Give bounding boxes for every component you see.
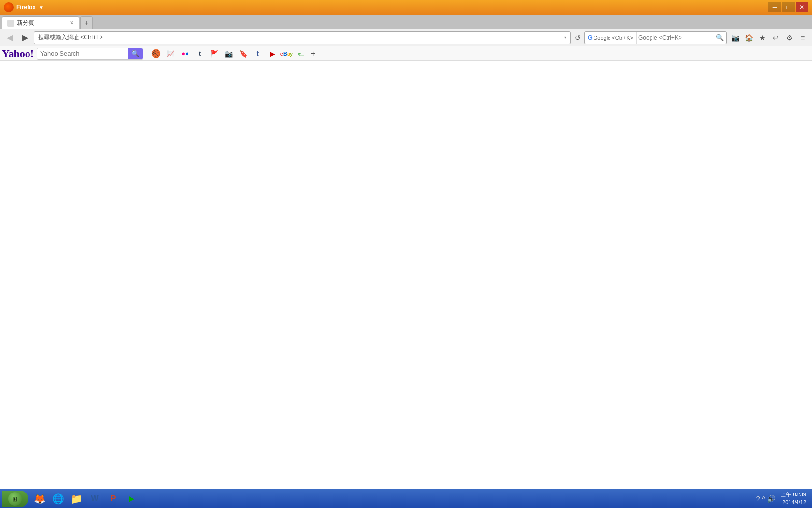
tab-favicon (7, 20, 14, 27)
tab-bar: 新分頁 ✕ + (0, 15, 812, 29)
firefox-logo-icon (4, 2, 14, 12)
taskbar-word-icon[interactable]: W (86, 491, 103, 507)
navigation-bar: ◀ ▶ 搜尋或輸入網址 <Ctrl+L> ▾ ↺ G Google <Ctrl+… (0, 29, 812, 46)
bookmark-youtube[interactable]: ▶ (265, 48, 279, 60)
system-clock[interactable]: 上午 03:39 2014/4/12 (777, 491, 806, 506)
yahoo-logo[interactable]: Yahoo! (2, 47, 34, 60)
start-orb: ⊞ (8, 492, 22, 506)
bookmark-camera[interactable]: 📷 (222, 48, 235, 60)
taskbar-explorer-icon[interactable]: 📁 (68, 491, 85, 507)
bookmark-chart[interactable]: 📈 (164, 48, 177, 60)
taskbar: ⊞ 🦊 🌐 📁 W P ▶ ? ^ 🔊 上午 03:39 2014/4/12 (0, 489, 812, 508)
yahoo-search-box: 🔍 (37, 48, 143, 60)
home-button[interactable]: 🏠 (742, 31, 755, 44)
add-bookmark-button[interactable]: + (309, 49, 317, 58)
address-dropdown-icon[interactable]: ▾ (564, 35, 566, 40)
address-bar[interactable]: 搜尋或輸入網址 <Ctrl+L> ▾ (34, 31, 571, 44)
bookmark-facebook[interactable]: f (251, 48, 264, 60)
address-bar-text: 搜尋或輸入網址 <Ctrl+L> (38, 33, 564, 42)
close-button[interactable]: ✕ (796, 2, 808, 12)
yahoo-logo-text: Yahoo! (2, 47, 34, 60)
clock-date: 2014/4/12 (777, 499, 806, 506)
titlebar-dropdown-icon[interactable]: ▼ (39, 5, 44, 10)
forward-button[interactable]: ▶ (18, 31, 32, 45)
clock-time: 上午 03:39 (777, 491, 806, 498)
taskbar-media-icon[interactable]: ▶ (123, 491, 140, 507)
bookmark-flag[interactable]: 🚩 (207, 48, 221, 60)
maximize-button[interactable]: □ (782, 2, 795, 12)
new-tab-button[interactable]: + (80, 16, 93, 29)
refresh-button[interactable]: ↺ (573, 34, 582, 42)
nav-right-buttons: 📷 🏠 ★ ↩ ⚙ ≡ (729, 31, 809, 44)
menu-button[interactable]: ≡ (797, 31, 809, 44)
titlebar-title: Firefox (16, 4, 36, 11)
bookmark-flickr[interactable]: ●● (178, 48, 192, 60)
bookmark-divider (146, 49, 146, 59)
bookmark-basketball[interactable]: 🏀 (149, 48, 163, 60)
search-engine-label: Google <Ctrl+K> (594, 35, 633, 41)
bookmark-green-tag[interactable]: 🏷 (294, 48, 308, 60)
search-go-button[interactable]: 🔍 (713, 34, 726, 41)
minimize-button[interactable]: ─ (768, 2, 781, 12)
google-g-icon: G (588, 34, 593, 41)
bookmark-red[interactable]: 🔖 (236, 48, 250, 60)
yahoo-search-input[interactable] (37, 50, 128, 57)
bookmark-tumblr[interactable]: t (193, 48, 206, 60)
customize-button[interactable]: ⚙ (783, 31, 796, 44)
history-back-button[interactable]: ↩ (769, 31, 782, 44)
bookmark-ebay[interactable]: eBay (280, 48, 293, 60)
search-bar: G Google <Ctrl+K> 🔍 (584, 31, 727, 44)
tray-volume-icon[interactable]: 🔊 (767, 495, 775, 503)
screenshot-button[interactable]: 📷 (729, 31, 741, 44)
main-content-area (0, 61, 812, 489)
tab-title: 新分頁 (17, 19, 34, 27)
search-engine-selector[interactable]: G Google <Ctrl+K> (585, 32, 637, 44)
back-button[interactable]: ◀ (3, 31, 16, 45)
tab-close-button[interactable]: ✕ (70, 20, 74, 26)
title-bar: Firefox ▼ ─ □ ✕ (0, 0, 812, 15)
start-button[interactable]: ⊞ (2, 491, 28, 507)
titlebar-left: Firefox ▼ (4, 2, 44, 12)
titlebar-controls: ─ □ ✕ (768, 2, 808, 12)
taskbar-powerpoint-icon[interactable]: P (104, 491, 122, 507)
tray-help-icon[interactable]: ? (756, 495, 760, 503)
taskbar-chrome-icon[interactable]: 🌐 (49, 491, 67, 507)
active-tab[interactable]: 新分頁 ✕ (2, 16, 79, 29)
bookmarks-bar: Yahoo! 🔍 🏀 📈 ●● t 🚩 📷 🔖 f ▶ eBay 🏷 + (0, 46, 812, 61)
tray-network-icon[interactable]: ^ (762, 495, 765, 503)
bookmark-star-button[interactable]: ★ (756, 31, 768, 44)
search-input[interactable] (637, 34, 713, 41)
system-tray: ? ^ 🔊 上午 03:39 2014/4/12 (753, 491, 810, 506)
taskbar-firefox-icon[interactable]: 🦊 (31, 491, 48, 507)
yahoo-search-button[interactable]: 🔍 (128, 48, 143, 59)
